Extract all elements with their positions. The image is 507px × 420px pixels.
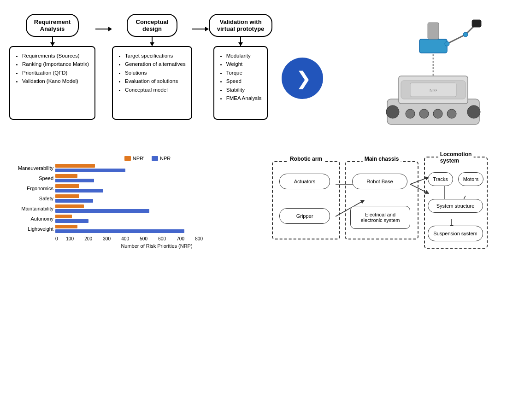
valid-list: Modularity Weight Torque Speed Stability… [220, 52, 262, 102]
svg-point-4 [419, 109, 429, 118]
concept-down-arrow [152, 37, 153, 46]
bar-label: Autonomy [9, 216, 53, 222]
bar-label: Safety [9, 196, 53, 201]
req-bottom-box: Requirements (Sources) Ranking (Importan… [9, 46, 95, 120]
bar-row-maintainability: Maintainability [55, 204, 258, 213]
blue-swatch [152, 156, 158, 161]
sys-structure-node: System structure [428, 199, 483, 213]
bar-pair [55, 225, 184, 233]
req-down-arrow [52, 37, 53, 46]
req-list: Requirements (Sources) Ranking (Importan… [16, 52, 89, 86]
flowchart: RequirementAnalysis Requirements (Source… [9, 9, 369, 143]
valid-down-arrow [240, 37, 241, 46]
orange-bar [55, 194, 79, 198]
svg-point-14 [445, 41, 449, 46]
req-top-box: RequirementAnalysis [26, 14, 79, 37]
svg-rect-18 [401, 81, 466, 99]
legend-orange: NPR' [124, 156, 144, 161]
chart-legend: NPR' NPR [9, 156, 258, 161]
chevron-right-icon: ❯ [296, 69, 312, 88]
legend-blue-label: NPR [160, 156, 171, 161]
bar-pair [55, 204, 149, 213]
blue-bar [55, 209, 149, 213]
arrow-head-1 [108, 27, 112, 31]
arrow-head-2 [205, 27, 209, 31]
legend-orange-label: NPR' [133, 156, 144, 161]
chart-area: NPR' NPR ManeuverabilitySpeedErgonomicsS… [9, 147, 258, 391]
actuators-node: Actuators [279, 174, 330, 189]
bar-label: Maneuverability [9, 165, 53, 171]
arrow-line-2 [192, 29, 205, 29]
legend-blue: NPR [152, 156, 171, 161]
circle-arrow-button[interactable]: ❯ [282, 58, 323, 99]
svg-line-12 [447, 35, 466, 44]
arrow-1 [95, 14, 112, 31]
svg-point-15 [463, 32, 468, 37]
h-arrow-1 [95, 27, 112, 31]
diagram-inner: Robotic arm Actuators Gripper Main chass… [267, 152, 489, 253]
bar-pair [55, 174, 94, 182]
tracks-node: Tracks [428, 172, 453, 186]
system-diagram: Robotic arm Actuators Gripper Main chass… [258, 147, 498, 391]
svg-rect-16 [472, 20, 481, 27]
svg-rect-11 [419, 39, 447, 53]
svg-rect-17 [428, 23, 439, 39]
arrow-line-1 [95, 29, 108, 29]
chart-x-label: Number of Risk Priorities (NRP) [9, 243, 258, 249]
valid-bottom-box: Modularity Weight Torque Speed Stability… [213, 46, 268, 120]
robotic-arm-group: Robotic arm Actuators Gripper [272, 161, 340, 239]
valid-top-box: Validation withvirtual prototype [209, 14, 273, 37]
bar-row-lightweight: Lightweight [55, 225, 258, 233]
blue-bar [55, 189, 103, 192]
orange-bar [55, 174, 77, 178]
orange-bar [55, 204, 84, 208]
bar-label: Ergonomics [9, 186, 53, 191]
blue-bar [55, 229, 184, 233]
orange-bar [55, 164, 95, 168]
locomotion-group: Locomotionsystem Tracks Motors System st… [424, 157, 488, 249]
h-arrow-2 [192, 27, 209, 31]
bar-label: Maintainability [9, 206, 53, 211]
concept-list: Target specifications Generation of alte… [118, 52, 186, 94]
chart-bars: ManeuverabilitySpeedErgonomicsSafetyMain… [9, 161, 258, 233]
main-chassis-group: Main chassis Robot Base Electrical andel… [345, 161, 419, 239]
svg-point-1 [386, 105, 399, 118]
bar-label: Lightweight [9, 226, 53, 232]
bar-pair [55, 184, 103, 192]
bar-row-autonomy: Autonomy [55, 215, 258, 223]
bottom-section: NPR' NPR ManeuverabilitySpeedErgonomicsS… [0, 143, 507, 401]
gripper-node: Gripper [279, 208, 330, 224]
svg-point-2 [467, 105, 480, 118]
motors-node: Motors [458, 172, 483, 186]
arrow-2 [192, 14, 209, 31]
orange-bar [55, 225, 77, 228]
top-section: RequirementAnalysis Requirements (Source… [0, 0, 507, 143]
blue-bar [55, 179, 94, 182]
blue-bar [55, 199, 93, 203]
bar-pair [55, 194, 93, 203]
x-axis-ticks: 0 100 200 300 400 500 600 700 800 [55, 236, 203, 241]
orange-swatch [124, 156, 131, 161]
concept-top-box: Conceptualdesign [127, 14, 177, 37]
bar-row-speed: Speed [55, 174, 258, 182]
main-chassis-label: Main chassis [363, 156, 401, 162]
orange-bar [55, 184, 79, 188]
locomotion-label: Locomotionsystem [438, 151, 474, 164]
bar-row-safety: Safety [55, 194, 258, 203]
bar-pair [55, 215, 88, 223]
svg-point-3 [406, 109, 415, 118]
concept-bottom-box: Target specifications Generation of alte… [112, 46, 192, 120]
electrical-node: Electrical andelectronic system [350, 206, 410, 229]
robot-image: NR• [369, 9, 498, 143]
orange-bar [55, 215, 72, 218]
robotic-arm-label: Robotic arm [288, 156, 324, 162]
concept-node: Conceptualdesign Target specifications G… [112, 14, 192, 120]
req-node: RequirementAnalysis Requirements (Source… [9, 14, 95, 120]
suspension-node: Suspension system [428, 226, 483, 241]
bar-pair [55, 164, 125, 172]
robot-base-node: Robot Base [352, 174, 407, 189]
bar-row-ergonomics: Ergonomics [55, 184, 258, 192]
blue-bar [55, 169, 125, 172]
valid-node: Validation withvirtual prototype Modular… [209, 14, 273, 120]
bar-label: Speed [9, 175, 53, 181]
